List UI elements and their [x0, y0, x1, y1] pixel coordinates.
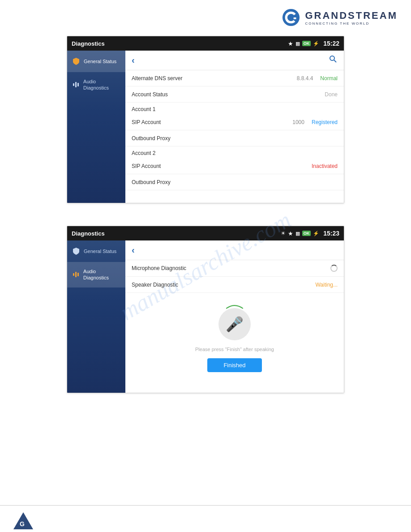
logo-text-area: GRANDSTREAM CONNECTING THE WORLD: [305, 10, 398, 26]
statusbar1-icons: ★ ▩ OK ⚡ 15:22: [288, 40, 339, 47]
outbound-proxy2-label: Outbound Proxy: [132, 179, 338, 185]
speaker-diagnostic-row: Speaker Diagnostic Waiting...: [125, 277, 344, 293]
lightning-icon-2: ⚡: [313, 231, 319, 236]
screens-wrapper: Diagnostics ★ ▩ OK ⚡ 15:22: [0, 31, 411, 402]
bluetooth-icon-2: ★: [288, 230, 293, 237]
logo-brand: GRANDSTREAM: [305, 10, 398, 21]
content-nav-1: ‹: [125, 51, 344, 70]
alternate-dns-value: 8.8.4.4: [297, 75, 313, 82]
battery-icon-2: OK: [302, 231, 311, 236]
mic-circle: 🎤: [218, 308, 251, 340]
sip-account1-status: Registered: [312, 119, 338, 125]
back-button-2[interactable]: ‹: [132, 245, 135, 255]
sidebar-item-audio-label-2: Audio Diagnostics: [83, 268, 121, 281]
account2-header: Account 2: [125, 146, 344, 158]
battery-icon: OK: [302, 41, 311, 46]
svg-rect-7: [75, 272, 77, 277]
account-status-row: Account Status Done: [125, 86, 344, 103]
statusbar2-icons: ☀ ★ ▩ OK ⚡ 15:23: [281, 230, 339, 237]
status-bar-1: Diagnostics ★ ▩ OK ⚡ 15:22: [67, 36, 344, 51]
statusbar1-time: 15:22: [323, 40, 339, 47]
svg-rect-2: [75, 82, 77, 87]
footer-line: [0, 505, 411, 506]
svg-point-4: [330, 56, 334, 60]
page-footer: G: [0, 505, 411, 532]
footer-g-letter: G: [20, 520, 25, 528]
alternate-dns-status: Normal: [320, 75, 338, 82]
sip-account2-row: SIP Account Inactivated: [125, 158, 344, 174]
shield-icon-2: [72, 247, 81, 256]
audio-icon-2: [72, 270, 80, 279]
microphone-icon: 🎤: [226, 316, 244, 333]
statusbar1-title: Diagnostics: [72, 40, 105, 47]
statusbar2-time: 15:23: [323, 230, 339, 237]
finished-button[interactable]: Finished: [207, 358, 261, 372]
sidebar-item-audio-diagnostics-1[interactable]: Audio Diagnostics: [67, 72, 125, 98]
audio-icon-1: [72, 80, 80, 89]
screen-icon: ▩: [295, 41, 300, 47]
microphone-diagnostic-row: Microphone Diagnostic: [125, 260, 344, 277]
image-icon: ☀: [281, 230, 286, 236]
screen-icon-2: ▩: [295, 231, 300, 236]
microphone-loading-spinner: [330, 265, 338, 272]
alternate-dns-row: Alternate DNS server 8.8.4.4 Normal: [125, 70, 344, 86]
screen1-sidebar: General Status Audio Diagnostics: [67, 51, 125, 203]
footer-logo: G: [13, 512, 33, 529]
grandstream-logo-icon: [282, 8, 300, 27]
screen1-body: General Status Audio Diagnostics: [67, 51, 344, 203]
outbound-proxy1-row: Outbound Proxy: [125, 130, 344, 146]
back-button-1[interactable]: ‹: [132, 55, 135, 65]
sidebar-item-audio-diagnostics-2[interactable]: Audio Diagnostics: [67, 262, 125, 287]
svg-rect-1: [73, 83, 74, 86]
outbound-proxy2-row: Outbound Proxy: [125, 174, 344, 190]
alternate-dns-label: Alternate DNS server: [132, 75, 297, 82]
screen2-sidebar: General Status Audio Diagnostics: [67, 240, 125, 393]
svg-rect-3: [77, 83, 79, 86]
logo-area: GRANDSTREAM CONNECTING THE WORLD: [0, 0, 411, 31]
svg-rect-6: [73, 273, 74, 276]
sidebar-item-general-status-label-2: General Status: [84, 248, 116, 254]
sip-account1-value: 1000: [292, 119, 304, 125]
screen2-main-content: ‹ Microphone Diagnostic Speaker Diagnost…: [125, 240, 344, 393]
account1-header: Account 1: [125, 103, 344, 114]
screen2: Diagnostics ☀ ★ ▩ OK ⚡ 15:23: [67, 226, 344, 393]
statusbar2-title: Diagnostics: [72, 230, 105, 237]
svg-rect-8: [77, 273, 79, 276]
speaker-diagnostic-label: Speaker Diagnostic: [132, 282, 315, 288]
sip-account1-row: SIP Account 1000 Registered: [125, 114, 344, 130]
sidebar-item-audio-label-1: Audio Diagnostics: [83, 78, 121, 91]
speaker-diagnostic-status: Waiting...: [315, 282, 338, 288]
content-nav-2: ‹: [125, 240, 344, 260]
sip-account2-label: SIP Account: [132, 163, 312, 169]
bluetooth-icon: ★: [288, 40, 293, 47]
account-status-label: Account Status: [132, 91, 325, 98]
mic-area: 🎤 Please press "Finish" after speaking F…: [125, 293, 344, 378]
sidebar-item-general-status-1[interactable]: General Status: [67, 51, 125, 72]
screen2-body: General Status Audio Diagnostics: [67, 240, 344, 393]
status-bar-2: Diagnostics ☀ ★ ▩ OK ⚡ 15:23: [67, 226, 344, 240]
screen1-main-content: ‹ Alternate DNS server 8.8.4.4 Normal: [125, 51, 344, 203]
sidebar-item-general-status-2[interactable]: General Status: [67, 240, 125, 262]
sip-account1-label: SIP Account: [132, 119, 292, 125]
shield-icon: [72, 57, 81, 66]
outbound-proxy1-label: Outbound Proxy: [132, 135, 338, 142]
svg-line-5: [334, 60, 336, 62]
search-button-1[interactable]: [329, 55, 338, 66]
account-status-value: Done: [325, 91, 338, 98]
screen1: Diagnostics ★ ▩ OK ⚡ 15:22: [67, 36, 344, 203]
lightning-icon: ⚡: [313, 41, 319, 47]
mic-instructions: Please press "Finish" after speaking: [195, 347, 274, 352]
account2-label: Account 2: [132, 150, 155, 156]
sidebar-item-general-status-label-1: General Status: [84, 58, 116, 64]
sip-account2-status: Inactivated: [312, 163, 338, 169]
logo-tagline: CONNECTING THE WORLD: [305, 21, 369, 26]
footer-triangle: G: [13, 512, 33, 529]
account1-label: Account 1: [132, 106, 155, 112]
microphone-diagnostic-label: Microphone Diagnostic: [132, 265, 330, 271]
